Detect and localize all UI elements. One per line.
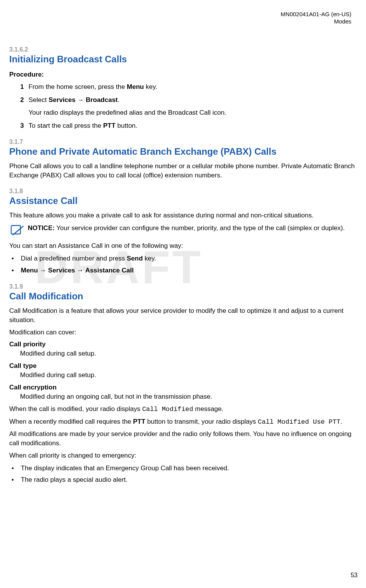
text: . xyxy=(341,418,342,425)
paragraph: All modifications are made by your servi… xyxy=(9,429,357,448)
bullet-list: The display indicates that an Emergency … xyxy=(9,463,357,485)
bold-text: Menu xyxy=(127,83,144,90)
section-title: Phone and Private Automatic Branch Excha… xyxy=(9,146,357,157)
section-name: Modes xyxy=(4,18,351,25)
text: Your service provider can configure the … xyxy=(55,224,345,232)
step-text: Select Services → Broadcast. xyxy=(29,95,357,105)
mono-text: Call Modified Use PTT xyxy=(258,418,340,426)
page-content: 3.1.6.2 Initializing Broadcast Calls Pro… xyxy=(9,46,357,485)
notice-text: NOTICE: Your service provider can config… xyxy=(28,224,345,233)
section-title: Call Modification xyxy=(9,291,357,302)
step-text: From the home screen, press the Menu key… xyxy=(29,82,357,92)
text: To start the call press the xyxy=(29,122,103,129)
step-text: To start the call press the PTT button. xyxy=(29,121,357,131)
bold-text: Assistance Call xyxy=(85,267,134,274)
term-label: Call encryption xyxy=(9,384,357,391)
step-number: 2 xyxy=(15,95,24,105)
procedure-label: Procedure: xyxy=(9,71,357,79)
step-number: 1 xyxy=(15,82,24,92)
arrow-text: → xyxy=(75,267,85,274)
text: Dial a predefined number and press xyxy=(21,255,127,262)
section-title: Initializing Broadcast Calls xyxy=(9,54,357,65)
step-extra-text: Your radio displays the predefined alias… xyxy=(29,108,357,118)
text: button. xyxy=(116,122,138,129)
list-item: The display indicates that an Emergency … xyxy=(9,463,357,473)
bold-text: Broadcast xyxy=(86,96,118,104)
paragraph: This feature allows you make a private c… xyxy=(9,211,357,220)
section-number: 3.1.8 xyxy=(9,188,357,195)
text: From the home screen, press the xyxy=(29,83,127,90)
term-desc: Modified during call setup. xyxy=(20,349,357,358)
list-item: Menu → Services → Assistance Call xyxy=(9,266,357,276)
text: button to transmit, your radio displays xyxy=(145,418,258,425)
page-header: MN002041A01-AG (en-US) Modes xyxy=(4,11,351,25)
text: key. xyxy=(143,255,156,262)
section-title: Assistance Call xyxy=(9,195,357,206)
bold-text: PTT xyxy=(103,122,116,129)
procedure-list: 1 From the home screen, press the Menu k… xyxy=(20,82,357,131)
text: . xyxy=(118,96,120,104)
bold-text: Services xyxy=(49,96,76,104)
paragraph: When the call is modified, your radio di… xyxy=(9,404,357,414)
procedure-step: 3 To start the call press the PTT button… xyxy=(20,121,357,131)
bullet-list: Dial a predefined number and press Send … xyxy=(9,254,357,276)
term-desc: Modified during an ongoing call, but not… xyxy=(20,392,357,401)
text: Select xyxy=(29,96,49,104)
paragraph: You can start an Assistance Call in one … xyxy=(9,241,357,251)
doc-id: MN002041A01-AG (en-US) xyxy=(4,11,351,18)
procedure-step: 2 Select Services → Broadcast. Your radi… xyxy=(20,95,357,117)
svg-line-1 xyxy=(13,226,23,235)
term-desc: Modified during call setup. xyxy=(20,371,357,380)
bold-text: PTT xyxy=(133,418,145,425)
procedure-step: 1 From the home screen, press the Menu k… xyxy=(20,82,357,92)
section-number: 3.1.9 xyxy=(9,283,357,290)
bold-text: Services xyxy=(48,267,75,274)
paragraph: Call Modification is a feature that allo… xyxy=(9,306,357,325)
page-number: 53 xyxy=(351,572,358,579)
arrow-text: → xyxy=(76,96,86,104)
list-item: The radio plays a special audio alert. xyxy=(9,475,357,485)
section-number: 3.1.6.2 xyxy=(9,46,357,53)
paragraph: When a recently modified call requires t… xyxy=(9,417,357,427)
list-item: Dial a predefined number and press Send … xyxy=(9,254,357,264)
notice-label: NOTICE: xyxy=(28,224,55,232)
text: When a recently modified call requires t… xyxy=(9,418,133,425)
term-label: Call type xyxy=(9,362,357,370)
notice-block: NOTICE: Your service provider can config… xyxy=(9,224,357,237)
page: DRAFT MN002041A01-AG (en-US) Modes 3.1.6… xyxy=(0,0,366,588)
paragraph: Phone Call allows you to call a landline… xyxy=(9,162,357,180)
text: key. xyxy=(144,83,158,90)
mono-text: Call Modified xyxy=(142,406,193,413)
term-label: Call priority xyxy=(9,341,357,348)
arrow-text: → xyxy=(38,267,48,274)
bold-text: Menu xyxy=(21,267,38,274)
step-number: 3 xyxy=(15,121,24,131)
section-number: 3.1.7 xyxy=(9,139,357,145)
paragraph: Modification can cover: xyxy=(9,328,357,337)
paragraph: When call priority is changed to emergen… xyxy=(9,451,357,460)
bold-text: Send xyxy=(127,255,143,262)
text: When the call is modified, your radio di… xyxy=(9,405,142,413)
text: message. xyxy=(193,405,223,413)
notice-icon xyxy=(9,224,25,237)
